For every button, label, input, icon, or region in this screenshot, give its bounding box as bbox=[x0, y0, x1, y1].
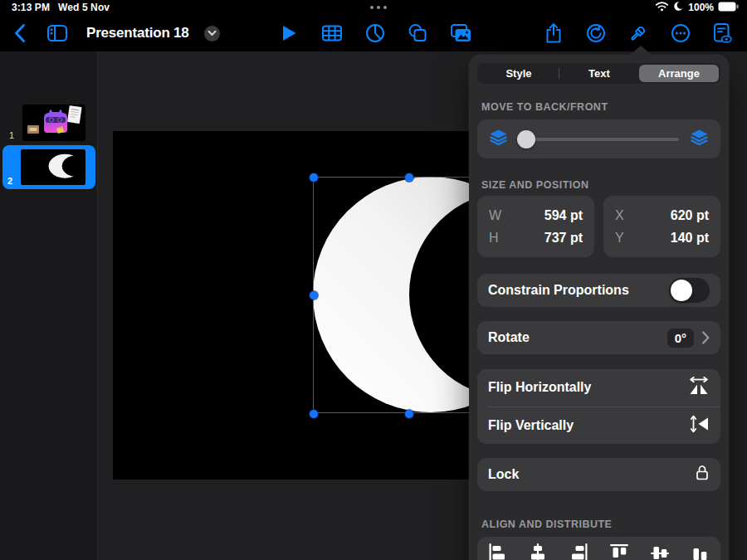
battery-icon bbox=[718, 2, 739, 14]
constrain-proportions-label: Constrain Proportions bbox=[488, 283, 669, 298]
keynote-ipad-screen: 3:13 PM Wed 5 Nov 100% Presentat bbox=[0, 0, 747, 560]
slide-1-thumbnail[interactable] bbox=[22, 105, 85, 141]
tab-style[interactable]: Style bbox=[479, 65, 559, 82]
layer-order-slider[interactable] bbox=[519, 138, 679, 141]
size-section-label: SIZE AND POSITION bbox=[477, 179, 720, 191]
flip-vertically-label: Flip Vertically bbox=[488, 418, 691, 433]
flip-vertically-button[interactable]: Flip Vertically bbox=[477, 407, 720, 445]
flip-vertical-icon bbox=[691, 414, 710, 437]
insert-chart-icon[interactable] bbox=[364, 22, 386, 45]
move-section-label: MOVE TO BACK/FRONT bbox=[477, 101, 720, 113]
slide-1-number: 1 bbox=[1, 130, 14, 140]
focus-moon-icon bbox=[673, 1, 684, 14]
align-section-label: ALIGN AND DISTRIBUTE bbox=[477, 519, 720, 530]
format-popover: Style Text Arrange MOVE TO BACK/FRONT SI… bbox=[469, 55, 729, 560]
layer-order-slider-thumb[interactable] bbox=[517, 130, 535, 149]
selection-handle-bottom-left[interactable] bbox=[310, 410, 318, 418]
align-horizontal-center-icon[interactable] bbox=[527, 542, 549, 560]
play-button[interactable] bbox=[277, 22, 300, 45]
wifi-icon bbox=[655, 1, 669, 14]
align-vertical-center-icon[interactable] bbox=[648, 542, 671, 560]
popover-caret bbox=[629, 46, 652, 56]
align-distribute-card bbox=[477, 537, 720, 560]
insert-table-icon[interactable] bbox=[320, 22, 343, 45]
tab-text[interactable]: Text bbox=[559, 65, 639, 82]
width-label: W bbox=[489, 208, 501, 223]
constrain-proportions-toggle[interactable] bbox=[669, 278, 710, 303]
back-chevron-icon[interactable] bbox=[8, 22, 31, 45]
x-value[interactable]: 620 pt bbox=[671, 208, 709, 223]
lock-button[interactable]: Lock bbox=[477, 458, 720, 491]
width-value[interactable]: 594 pt bbox=[544, 208, 583, 223]
x-label: X bbox=[615, 208, 624, 223]
flip-group-card: Flip Horizontally Flip Vertically bbox=[477, 369, 720, 444]
selection-handle-top-center[interactable] bbox=[405, 173, 413, 182]
slide-2-number: 2 bbox=[7, 176, 12, 186]
multitasking-dots-icon[interactable] bbox=[370, 6, 387, 9]
insert-shape-icon[interactable] bbox=[407, 22, 429, 45]
move-to-front-icon[interactable] bbox=[689, 128, 710, 151]
presenter-notes-icon[interactable] bbox=[711, 22, 734, 45]
size-wh-card: W 594 pt H 737 pt bbox=[477, 196, 594, 257]
share-icon[interactable] bbox=[542, 22, 564, 45]
height-label: H bbox=[489, 231, 499, 246]
battery-percent: 100% bbox=[688, 2, 714, 13]
format-tabs: Style Text Arrange bbox=[477, 63, 720, 84]
height-value[interactable]: 737 pt bbox=[544, 231, 583, 246]
rotate-value-badge[interactable]: 0° bbox=[667, 329, 694, 348]
position-xy-card: X 620 pt Y 140 pt bbox=[603, 196, 720, 257]
align-right-icon[interactable] bbox=[568, 542, 590, 560]
flip-horizontally-label: Flip Horizontally bbox=[488, 380, 688, 395]
flip-horizontally-button[interactable]: Flip Horizontally bbox=[477, 369, 720, 407]
clock-date: Wed 5 Nov bbox=[58, 2, 110, 13]
slide-2-thumbnail[interactable] bbox=[21, 149, 85, 185]
y-value[interactable]: 140 pt bbox=[671, 231, 709, 246]
selection-handle-middle-left[interactable] bbox=[310, 291, 318, 299]
layer-order-slider-card bbox=[477, 119, 720, 158]
flip-horizontal-icon bbox=[688, 377, 710, 399]
slide-2-selected-highlight: 2 bbox=[2, 145, 95, 189]
move-to-back-icon[interactable] bbox=[488, 128, 509, 151]
rotate-chevron-icon bbox=[702, 331, 710, 344]
align-left-icon[interactable] bbox=[486, 542, 509, 560]
lock-icon bbox=[695, 464, 710, 485]
more-ellipsis-icon[interactable] bbox=[669, 22, 691, 45]
slide-navigator-sidebar: 1 2 bbox=[0, 51, 98, 560]
rotate-row[interactable]: Rotate 0° bbox=[477, 321, 720, 354]
align-bottom-icon[interactable] bbox=[689, 542, 711, 560]
tab-arrange[interactable]: Arrange bbox=[639, 65, 719, 82]
document-title[interactable]: Presentation 18 bbox=[86, 25, 189, 41]
clock-time: 3:13 PM bbox=[12, 2, 50, 13]
title-dropdown-chevron-icon[interactable] bbox=[204, 26, 220, 41]
lock-label: Lock bbox=[488, 467, 695, 482]
rotate-label: Rotate bbox=[488, 330, 667, 345]
constrain-proportions-row: Constrain Proportions bbox=[477, 274, 720, 307]
insert-media-icon[interactable] bbox=[450, 22, 472, 45]
align-top-icon[interactable] bbox=[608, 542, 630, 560]
slide-navigator-icon[interactable] bbox=[46, 22, 68, 45]
status-bar: 3:13 PM Wed 5 Nov 100% bbox=[0, 0, 747, 15]
y-label: Y bbox=[615, 231, 624, 246]
selection-handle-bottom-center[interactable] bbox=[405, 410, 413, 418]
format-paintbrush-icon[interactable] bbox=[627, 22, 649, 45]
undo-icon[interactable] bbox=[584, 22, 607, 45]
selection-handle-top-left[interactable] bbox=[310, 173, 318, 182]
